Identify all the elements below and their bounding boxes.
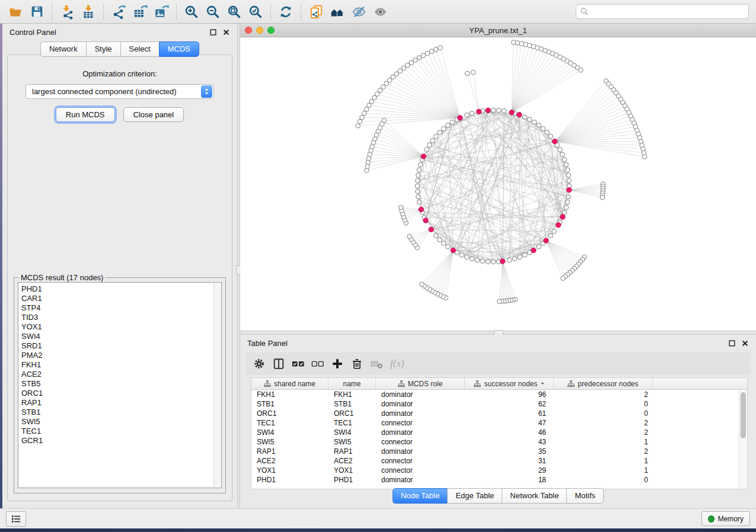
network-node-selected[interactable] — [567, 188, 572, 193]
network-node-selected[interactable] — [500, 259, 505, 264]
network-node[interactable] — [465, 255, 470, 259]
network-node[interactable] — [497, 299, 502, 304]
run-mcds-button[interactable]: Run MCDS — [56, 107, 115, 122]
tab-network[interactable]: Network — [40, 41, 87, 57]
mcds-list-scrollbar[interactable] — [213, 283, 221, 487]
network-node[interactable] — [475, 258, 480, 262]
unselect-all-columns-button[interactable] — [310, 355, 326, 373]
mcds-result-item[interactable]: SWI5 — [21, 417, 221, 427]
network-canvas[interactable] — [240, 37, 756, 331]
network-node-selected[interactable] — [560, 214, 565, 219]
network-node[interactable] — [502, 109, 506, 114]
network-node[interactable] — [465, 113, 470, 117]
network-node[interactable] — [565, 168, 570, 172]
column-header-shared-name[interactable]: shared name — [251, 378, 328, 389]
network-node[interactable] — [417, 56, 422, 60]
close-panel-button[interactable]: Close panel — [123, 107, 184, 122]
close-panel-icon[interactable] — [741, 339, 749, 347]
horizontal-splitter[interactable] — [240, 331, 756, 335]
mcds-result-item[interactable]: TID3 — [21, 313, 221, 322]
network-node-selected[interactable] — [429, 227, 433, 232]
table-row[interactable]: ORC1ORC1dominator610 — [251, 409, 747, 418]
network-node-selected[interactable] — [421, 154, 426, 159]
table-row[interactable]: PHD1PHD1dominator180 — [251, 475, 747, 485]
tab-mcds[interactable]: MCDS — [159, 41, 199, 57]
network-node[interactable] — [566, 173, 571, 178]
import-network-button[interactable] — [56, 2, 78, 21]
float-panel-icon[interactable] — [209, 28, 217, 36]
network-node-selected[interactable] — [556, 223, 561, 227]
zoom-in-button[interactable] — [181, 2, 202, 21]
network-node[interactable] — [362, 111, 366, 116]
column-header-name[interactable]: name — [328, 378, 376, 389]
table-row[interactable]: YOX1YOX1connector291 — [251, 466, 747, 475]
network-node[interactable] — [562, 210, 567, 215]
network-node[interactable] — [366, 160, 371, 165]
show-all-button[interactable] — [369, 2, 391, 21]
table-row[interactable]: ACE2ACE2connector311 — [251, 456, 747, 466]
open-file-button[interactable] — [5, 2, 26, 21]
mcds-result-item[interactable]: FKH1 — [21, 360, 221, 370]
tab-edge-table[interactable]: Edge Table — [447, 488, 502, 504]
network-node[interactable] — [434, 233, 439, 238]
search-input[interactable] — [589, 8, 745, 16]
network-node[interactable] — [470, 111, 474, 116]
network-node-selected[interactable] — [531, 248, 536, 252]
network-node-selected[interactable] — [517, 113, 522, 117]
export-table-button[interactable] — [129, 2, 151, 21]
function-builder-button[interactable]: f(x) — [388, 358, 404, 370]
network-node[interactable] — [446, 123, 451, 128]
zoom-selected-button[interactable] — [245, 2, 266, 21]
search-field[interactable] — [576, 4, 749, 19]
table-row[interactable]: SWI5SWI5connector431 — [251, 437, 747, 447]
refresh-view-button[interactable] — [275, 2, 296, 21]
mcds-result-item[interactable]: STB5 — [21, 379, 221, 389]
network-node[interactable] — [429, 49, 434, 54]
network-node[interactable] — [566, 194, 571, 199]
network-node[interactable] — [416, 194, 421, 199]
optimization-criterion-select[interactable]: largest connected component (undirected) — [25, 84, 214, 99]
mcds-result-item[interactable]: SRD1 — [21, 341, 221, 351]
network-node[interactable] — [446, 245, 451, 249]
network-node-selected[interactable] — [544, 238, 548, 243]
network-node[interactable] — [537, 123, 541, 128]
network-node-selected[interactable] — [509, 110, 514, 115]
zoom-fit-button[interactable] — [224, 2, 245, 21]
memory-button[interactable]: Memory — [701, 511, 750, 526]
tab-select[interactable]: Select — [120, 41, 160, 57]
network-node[interactable] — [491, 108, 496, 113]
network-node[interactable] — [416, 173, 421, 178]
mcds-result-item[interactable]: RAP1 — [21, 398, 221, 408]
tab-network-table[interactable]: Network Table — [502, 488, 567, 504]
export-network-button[interactable] — [108, 2, 129, 21]
float-panel-icon[interactable] — [728, 339, 736, 347]
network-node[interactable] — [522, 115, 527, 120]
hide-selected-button[interactable] — [348, 2, 369, 21]
select-all-columns-button[interactable] — [290, 355, 307, 373]
network-node[interactable] — [507, 258, 512, 262]
mcds-result-item[interactable]: PMA2 — [21, 351, 221, 360]
network-node[interactable] — [548, 134, 553, 139]
network-node[interactable] — [433, 47, 438, 52]
network-node[interactable] — [415, 184, 420, 188]
table-options-button[interactable] — [251, 355, 267, 373]
network-node[interactable] — [438, 238, 442, 242]
network-node[interactable] — [537, 245, 541, 249]
network-node[interactable] — [642, 155, 647, 159]
network-node[interactable] — [360, 115, 365, 120]
network-node-selected[interactable] — [451, 248, 455, 252]
network-node[interactable] — [562, 158, 567, 162]
table-scrollbar[interactable] — [739, 390, 747, 488]
create-column-button[interactable] — [329, 355, 346, 373]
table-row[interactable]: FKH1FKH1dominator962 — [251, 390, 747, 399]
table-row[interactable]: TEC1TEC1connector472 — [251, 418, 747, 428]
network-node[interactable] — [460, 253, 464, 258]
network-node[interactable] — [398, 205, 403, 210]
zoom-out-button[interactable] — [202, 2, 224, 21]
mcds-result-item[interactable]: TEC1 — [21, 427, 221, 436]
tab-style[interactable]: Style — [86, 41, 121, 57]
network-node[interactable] — [528, 117, 532, 122]
network-node-selected[interactable] — [423, 218, 428, 223]
export-image-button[interactable] — [151, 2, 172, 21]
network-node[interactable] — [496, 108, 501, 113]
